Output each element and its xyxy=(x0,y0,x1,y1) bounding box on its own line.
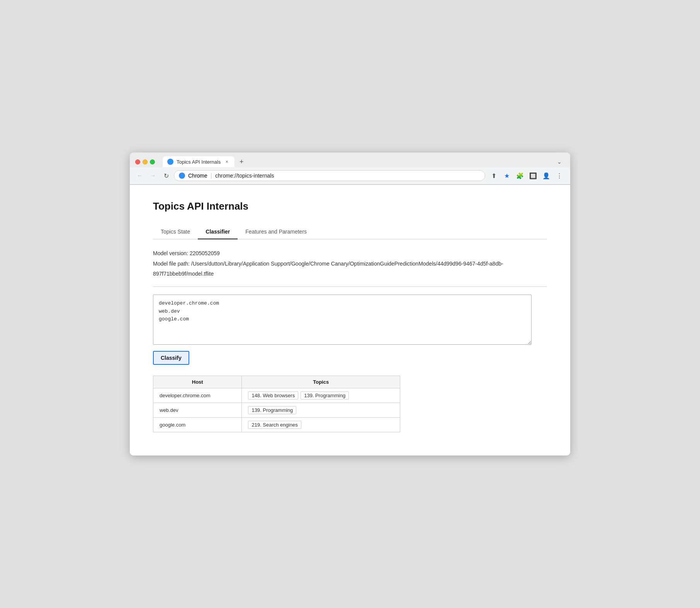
table-cell-topics: 219. Search engines xyxy=(242,417,400,432)
minimize-window-button[interactable] xyxy=(143,159,148,164)
extensions-button[interactable]: 🧩 xyxy=(514,169,526,182)
model-version: Model version: 2205052059 xyxy=(153,249,547,258)
tab-dropdown-button[interactable]: ⌄ xyxy=(554,156,565,167)
page-content: Topics API Internals Topics State Classi… xyxy=(130,185,570,456)
share-button[interactable]: ⬆ xyxy=(488,169,500,182)
tab-features-params[interactable]: Features and Parameters xyxy=(238,225,314,239)
browser-tab[interactable]: 🌐 Topics API Internals × xyxy=(163,156,234,167)
tab-favicon-icon: 🌐 xyxy=(167,159,173,165)
tab-classifier[interactable]: Classifier xyxy=(198,225,238,239)
page-title: Topics API Internals xyxy=(153,200,547,212)
results-table: Host Topics developer.chrome.com148. Web… xyxy=(153,376,400,432)
back-button[interactable]: ← xyxy=(134,170,145,181)
table-row: google.com219. Search engines xyxy=(153,417,400,432)
bookmark-button[interactable]: ★ xyxy=(501,169,513,182)
tab-title: Topics API Internals xyxy=(177,159,221,165)
tab-topics-state[interactable]: Topics State xyxy=(153,225,198,239)
table-row: web.dev139. Programming xyxy=(153,403,400,417)
extensions-icon: 🧩 xyxy=(516,172,524,180)
model-info: Model version: 2205052059 Model file pat… xyxy=(153,249,547,279)
cast-button[interactable]: 🔲 xyxy=(527,169,539,182)
profile-button[interactable]: 👤 xyxy=(540,169,552,182)
divider xyxy=(153,286,547,287)
close-window-button[interactable] xyxy=(135,159,140,164)
forward-icon: → xyxy=(150,172,156,179)
tab-classifier-label: Classifier xyxy=(206,229,230,235)
maximize-window-button[interactable] xyxy=(150,159,155,164)
address-bar[interactable]: 🌐 Chrome | chrome://topics-internals xyxy=(174,170,485,181)
topics-cell: 139. Programming xyxy=(248,406,394,414)
address-favicon-icon: 🌐 xyxy=(179,173,185,179)
topic-badge: 139. Programming xyxy=(301,391,349,400)
topic-badge: 139. Programming xyxy=(248,406,296,414)
new-tab-button[interactable]: + xyxy=(236,156,247,167)
tabs-container: Topics State Classifier Features and Par… xyxy=(153,225,547,239)
topics-cell: 148. Web browsers139. Programming xyxy=(248,391,394,400)
reload-button[interactable]: ↻ xyxy=(161,170,172,181)
traffic-lights xyxy=(135,159,155,164)
address-url: chrome://topics-internals xyxy=(215,173,274,179)
table-cell-topics: 148. Web browsers139. Programming xyxy=(242,388,400,403)
share-icon: ⬆ xyxy=(491,172,496,180)
table-cell-topics: 139. Programming xyxy=(242,403,400,417)
tab-bar: 🌐 Topics API Internals × + ⌄ xyxy=(163,156,565,167)
classify-button[interactable]: Classify xyxy=(153,351,189,365)
tab-topics-state-label: Topics State xyxy=(161,229,190,235)
toolbar: ← → ↻ 🌐 Chrome | chrome://topics-interna… xyxy=(130,167,570,185)
cast-icon: 🔲 xyxy=(529,172,537,180)
topic-badge: 148. Web browsers xyxy=(248,391,298,400)
table-cell-host: google.com xyxy=(153,417,242,432)
model-file-path: Model file path: /Users/dutton/Library/A… xyxy=(153,259,547,278)
topic-badge: 219. Search engines xyxy=(248,421,301,429)
tab-features-params-label: Features and Parameters xyxy=(245,229,307,235)
more-icon: ⋮ xyxy=(556,172,562,180)
forward-button[interactable]: → xyxy=(148,170,158,181)
table-row: developer.chrome.com148. Web browsers139… xyxy=(153,388,400,403)
table-cell-host: web.dev xyxy=(153,403,242,417)
classify-textarea[interactable]: developer.chrome.com web.dev google.com xyxy=(153,295,532,345)
profile-icon: 👤 xyxy=(542,172,550,180)
host-header: Host xyxy=(153,376,242,388)
tab-close-button[interactable]: × xyxy=(224,159,230,165)
table-cell-host: developer.chrome.com xyxy=(153,388,242,403)
toolbar-actions: ⬆ ★ 🧩 🔲 👤 ⋮ xyxy=(488,169,566,182)
topics-header: Topics xyxy=(242,376,400,388)
back-icon: ← xyxy=(137,172,143,179)
title-bar: 🌐 Topics API Internals × + ⌄ ← → ↻ 🌐 Chr xyxy=(130,152,570,185)
address-chrome-label: Chrome xyxy=(188,173,207,179)
bookmark-icon: ★ xyxy=(504,172,510,180)
more-menu-button[interactable]: ⋮ xyxy=(553,169,566,182)
browser-window: 🌐 Topics API Internals × + ⌄ ← → ↻ 🌐 Chr xyxy=(130,152,570,456)
topics-cell: 219. Search engines xyxy=(248,421,394,429)
address-separator: | xyxy=(211,172,212,179)
reload-icon: ↻ xyxy=(164,172,169,180)
